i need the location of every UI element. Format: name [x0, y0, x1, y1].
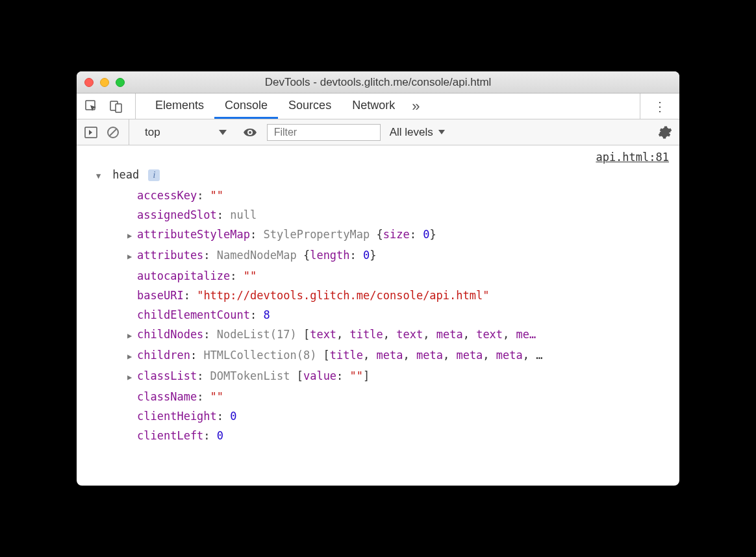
property-value-token: :: [350, 249, 363, 262]
property-value-token: [: [297, 369, 303, 382]
filter-input[interactable]: [267, 124, 381, 141]
property-row[interactable]: accessKey: "": [127, 186, 673, 205]
console-settings-icon[interactable]: [659, 126, 672, 139]
property-value-token: , …: [523, 349, 543, 362]
property-value-token: ,: [483, 349, 496, 362]
panel-tabs: Elements Console Sources Network »: [145, 93, 426, 119]
property-row[interactable]: clientHeight: 0: [127, 406, 673, 426]
info-icon[interactable]: i: [148, 169, 160, 181]
svg-line-5: [110, 129, 117, 136]
property-row[interactable]: classList: DOMTokenList [value: ""]: [127, 366, 673, 387]
main-toolbar: Elements Console Sources Network » ⋮: [77, 93, 679, 119]
property-value-token: null: [230, 208, 257, 221]
object-name: head: [112, 168, 139, 181]
clear-console-icon[interactable]: [107, 126, 120, 139]
tab-console[interactable]: Console: [214, 93, 278, 119]
property-value-token: text: [396, 328, 423, 341]
property-row[interactable]: childNodes: NodeList(17) [text, title, t…: [127, 325, 673, 345]
property-value-token: title: [350, 328, 383, 341]
property-name: baseURI: [137, 289, 184, 302]
object-header[interactable]: head i: [96, 165, 673, 186]
property-value-token: length: [310, 249, 349, 262]
property-value-token: 0: [230, 410, 236, 423]
disclosure-triangle-icon[interactable]: [127, 367, 135, 387]
property-row[interactable]: className: "": [127, 387, 673, 406]
more-options-icon[interactable]: ⋮: [649, 99, 672, 114]
property-value-token: 0: [217, 429, 223, 442]
chevron-down-icon: [438, 130, 445, 134]
property-value-token: NodeList(17): [217, 328, 303, 341]
inspect-element-icon[interactable]: [84, 99, 99, 114]
property-name: className: [137, 390, 197, 403]
property-value-token: ,: [503, 328, 516, 341]
context-label: top: [145, 126, 160, 139]
property-row[interactable]: clientLeft: 0: [127, 426, 673, 445]
console-output: api.html:81 head i accessKey: ""assigned…: [77, 145, 679, 486]
property-row[interactable]: childElementCount: 8: [127, 305, 673, 325]
property-row[interactable]: autocapitalize: "": [127, 266, 673, 286]
property-value-token: {: [376, 228, 383, 241]
execution-context-select[interactable]: top: [138, 125, 233, 140]
property-name: childElementCount: [137, 308, 250, 321]
property-row[interactable]: attributeStyleMap: StylePropertyMap {siz…: [127, 225, 673, 245]
property-name: attributes: [137, 249, 203, 262]
property-name: autocapitalize: [137, 269, 230, 282]
tabs-overflow-icon[interactable]: »: [405, 93, 426, 119]
property-value-token: size: [383, 228, 410, 241]
property-value-token: title: [330, 349, 363, 362]
property-value-token: "http://devtools.glitch.me/console/api.h…: [197, 289, 489, 302]
toggle-sidebar-icon[interactable]: [84, 127, 97, 138]
property-value-token: ,: [363, 349, 376, 362]
property-row[interactable]: children: HTMLCollection(8) [title, meta…: [127, 345, 673, 366]
disclosure-triangle-icon[interactable]: [127, 247, 135, 266]
property-value-token: meta: [496, 349, 523, 362]
disclosure-triangle-icon[interactable]: [127, 347, 135, 366]
console-toolbar: top All levels: [77, 119, 679, 145]
property-value-token: ,: [403, 349, 416, 362]
console-toolbar-left: [84, 119, 129, 145]
property-value-token: "": [210, 189, 223, 202]
property-value-token: :: [410, 228, 423, 241]
property-value-token: [: [303, 328, 310, 341]
property-value-token: meta: [436, 328, 463, 341]
object-properties: accessKey: ""assignedSlot: nullattribute…: [127, 186, 673, 445]
disclosure-triangle-icon[interactable]: [127, 326, 135, 345]
property-value-token: 0: [423, 228, 429, 241]
property-name: children: [137, 349, 190, 362]
property-value-token: 0: [363, 249, 370, 262]
svg-rect-2: [116, 104, 121, 112]
titlebar: DevTools - devtools.glitch.me/console/ap…: [77, 71, 679, 93]
property-value-token: }: [370, 249, 376, 262]
property-name: childNodes: [137, 328, 203, 341]
disclosure-triangle-icon[interactable]: [96, 166, 104, 186]
property-row[interactable]: attributes: NamedNodeMap {length: 0}: [127, 245, 673, 266]
window-title: DevTools - devtools.glitch.me/console/ap…: [77, 76, 679, 89]
property-name: clientLeft: [137, 429, 203, 442]
property-name: accessKey: [137, 189, 197, 202]
property-row[interactable]: baseURI: "http://devtools.glitch.me/cons…: [127, 286, 673, 305]
property-value-token: meta: [377, 349, 403, 362]
tab-network[interactable]: Network: [342, 93, 405, 119]
property-value-token: :: [336, 369, 349, 382]
disclosure-triangle-icon[interactable]: [127, 226, 135, 245]
property-value-token: ,: [423, 328, 436, 341]
property-value-token: {: [303, 249, 310, 262]
tab-sources[interactable]: Sources: [278, 93, 342, 119]
property-value-token: me…: [516, 328, 536, 341]
toolbar-right: ⋮: [640, 93, 672, 119]
property-value-token: text: [310, 328, 336, 341]
property-value-token: StylePropertyMap: [263, 228, 376, 241]
log-levels-select[interactable]: All levels: [390, 126, 445, 139]
property-value-token: ,: [443, 349, 456, 362]
property-value-token: ,: [383, 328, 396, 341]
live-expression-icon[interactable]: [242, 127, 258, 138]
property-value-token: [: [323, 349, 330, 362]
device-toolbar-icon[interactable]: [109, 99, 123, 114]
tab-elements[interactable]: Elements: [145, 93, 214, 119]
property-value-token: "": [244, 269, 257, 282]
property-value-token: NamedNodeMap: [217, 249, 303, 262]
property-row[interactable]: assignedSlot: null: [127, 205, 673, 225]
devtools-window: DevTools - devtools.glitch.me/console/ap…: [77, 71, 679, 486]
toolbar-left: [84, 93, 136, 119]
source-link[interactable]: api.html:81: [596, 151, 669, 164]
